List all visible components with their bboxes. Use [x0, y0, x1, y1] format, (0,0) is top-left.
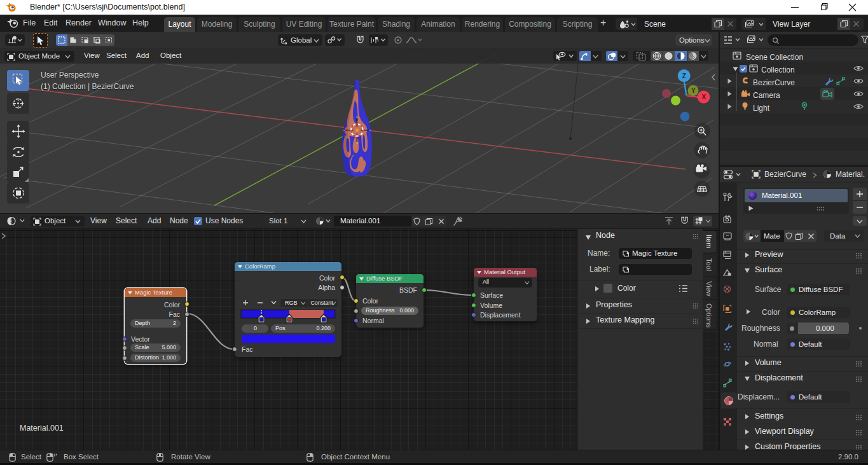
svg-text:Y: Y	[691, 87, 696, 94]
svg-text:Z: Z	[682, 73, 686, 80]
svg-text:X: X	[701, 94, 706, 101]
